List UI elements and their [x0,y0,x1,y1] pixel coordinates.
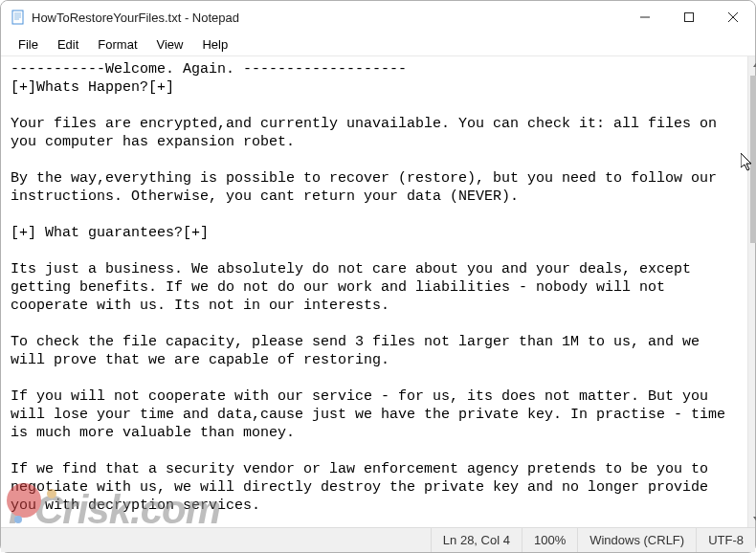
scroll-thumb[interactable] [750,76,756,243]
vertical-scrollbar[interactable] [747,56,755,527]
notepad-icon [11,10,26,25]
titlebar[interactable]: HowToRestoreYourFiles.txt - Notepad [1,1,755,33]
text-content[interactable]: -----------Welcome. Again. -------------… [1,56,747,527]
svg-rect-6 [685,13,694,22]
window-controls [623,1,755,33]
status-encoding: UTF-8 [696,528,755,552]
scroll-up-button[interactable] [748,56,756,73]
close-button[interactable] [711,1,755,33]
menu-edit[interactable]: Edit [48,35,88,54]
menu-format[interactable]: Format [88,35,146,54]
minimize-button[interactable] [623,1,667,33]
editor-area: -----------Welcome. Again. -------------… [1,56,755,527]
status-zoom: 100% [522,528,577,552]
window-title: HowToRestoreYourFiles.txt - Notepad [32,11,239,25]
scroll-down-button[interactable] [748,511,756,527]
menu-view[interactable]: View [147,35,193,54]
status-position: Ln 28, Col 4 [431,528,522,552]
menu-file[interactable]: File [9,35,48,54]
status-spacer [1,528,431,552]
menubar: File Edit Format View Help [1,33,755,56]
status-lineending: Windows (CRLF) [577,528,696,552]
menu-help[interactable]: Help [192,35,237,54]
statusbar: Ln 28, Col 4 100% Windows (CRLF) UTF-8 [1,527,755,552]
notepad-window: HowToRestoreYourFiles.txt - Notepad File… [0,0,756,553]
maximize-button[interactable] [667,1,711,33]
